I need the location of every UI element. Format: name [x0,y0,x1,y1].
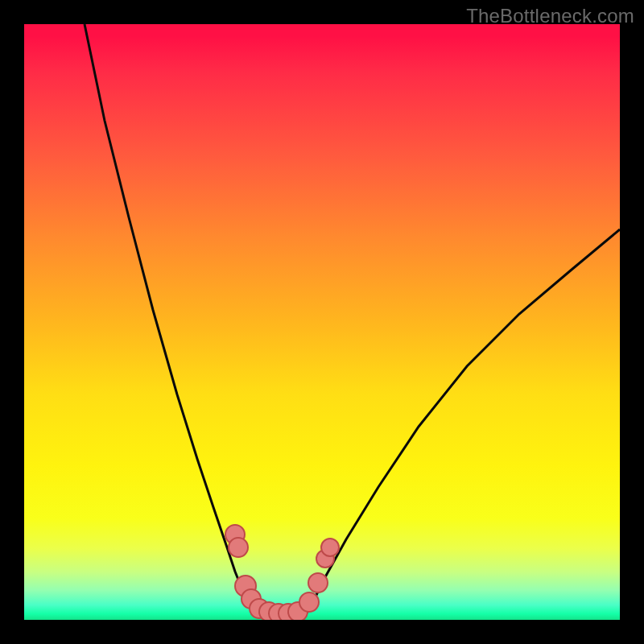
bottleneck-curve [85,24,620,617]
right-cluster-mid [308,573,328,592]
plot-area [24,24,620,620]
data-markers [225,525,339,620]
chart-svg [24,24,620,620]
right-cluster-upper-b [321,539,339,556]
left-cluster-upper-b [229,538,248,557]
watermark-text: TheBottleneck.com [466,5,634,27]
right-cluster-lower [299,592,319,612]
chart-container: TheBottleneck.com [0,0,644,644]
